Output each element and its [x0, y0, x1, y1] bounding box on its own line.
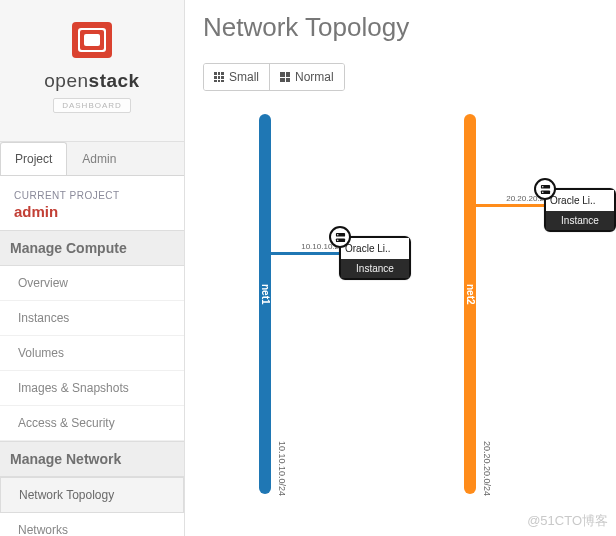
svg-point-6	[337, 234, 338, 235]
grid-small-icon	[214, 72, 224, 82]
tab-admin[interactable]: Admin	[67, 142, 131, 175]
nav-volumes[interactable]: Volumes	[0, 336, 184, 371]
topology-canvas: net1 10.10.10.0/24 net2 20.20.20.0/24 10…	[203, 103, 598, 503]
nav-networks[interactable]: Networks	[0, 513, 184, 536]
tab-project[interactable]: Project	[0, 142, 67, 176]
network-cidr: 10.10.10.0/24	[277, 441, 287, 496]
page-title: Network Topology	[203, 12, 598, 43]
svg-point-11	[542, 191, 543, 192]
nav-network-topology[interactable]: Network Topology	[0, 477, 184, 513]
current-project-block: CURRENT PROJECT admin	[0, 175, 184, 230]
instance-name: Oracle Li..	[341, 238, 409, 259]
instance-type: Instance	[546, 211, 614, 230]
link-net2-instance: 20.20.20.2	[476, 204, 546, 207]
view-normal-button[interactable]: Normal	[269, 64, 344, 90]
svg-point-10	[542, 186, 543, 187]
grid-normal-icon	[280, 72, 290, 82]
current-project-label: CURRENT PROJECT	[14, 190, 170, 201]
instance-node[interactable]: Oracle Li.. Instance	[544, 188, 616, 232]
nav-instances[interactable]: Instances	[0, 301, 184, 336]
sidebar: openstack DASHBOARD Project Admin CURREN…	[0, 0, 185, 536]
nav-access-security[interactable]: Access & Security	[0, 406, 184, 441]
view-normal-label: Normal	[295, 70, 334, 84]
network-bar-net2[interactable]: net2 20.20.20.0/24	[464, 114, 476, 494]
dashboard-badge: DASHBOARD	[53, 98, 131, 113]
sidebar-tabs: Project Admin	[0, 141, 184, 175]
network-label: net1	[260, 284, 271, 305]
instance-node[interactable]: Oracle Li.. Instance	[339, 236, 411, 280]
instance-type: Instance	[341, 259, 409, 278]
view-small-button[interactable]: Small	[204, 64, 269, 90]
nav-overview[interactable]: Overview	[0, 266, 184, 301]
svg-rect-3	[84, 34, 100, 46]
svg-point-7	[337, 239, 338, 240]
brand-name: openstack	[0, 70, 184, 92]
instance-name: Oracle Li..	[546, 190, 614, 211]
link-net1-instance: 10.10.10.2	[271, 252, 341, 255]
network-cidr: 20.20.20.0/24	[482, 441, 492, 496]
section-manage-compute: Manage Compute	[0, 230, 184, 266]
nav-images-snapshots[interactable]: Images & Snapshots	[0, 371, 184, 406]
main-content: Network Topology Small Normal net1 10.10…	[185, 0, 616, 536]
network-label: net2	[465, 284, 476, 305]
network-bar-net1[interactable]: net1 10.10.10.0/24	[259, 114, 271, 494]
view-small-label: Small	[229, 70, 259, 84]
brand-block: openstack DASHBOARD	[0, 0, 184, 123]
openstack-logo-icon	[66, 18, 118, 62]
current-project-name: admin	[14, 203, 170, 220]
view-size-toggle: Small Normal	[203, 63, 345, 91]
section-manage-network: Manage Network	[0, 441, 184, 477]
